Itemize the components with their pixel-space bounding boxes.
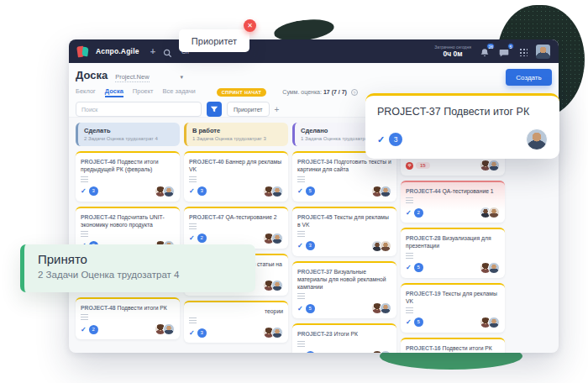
page-title: Доска xyxy=(76,69,108,81)
check-icon: ✓ xyxy=(377,134,385,145)
user-avatar[interactable] xyxy=(536,45,550,59)
task-id: PROJECT-34 xyxy=(297,159,333,165)
summary-value: 17 (7 / 7) xyxy=(323,89,347,95)
dragged-task-card[interactable]: PROJECT-37 Подвести итог РК ✓ 3 xyxy=(365,93,559,159)
navbar-right: Затрачено сегодня 0ч 0м 26 5 xyxy=(434,45,550,59)
column-header: Сделать 2 Задачи Оценка трудозатрат 4 xyxy=(76,123,180,146)
bell-count-badge: 26 xyxy=(486,43,495,50)
check-icon: ✓ xyxy=(297,242,303,249)
description-icon xyxy=(189,176,197,182)
estimate-badge: 3 xyxy=(197,328,207,338)
task-card[interactable]: PROJECT-40Баннер для рекламы VK ✓3 xyxy=(184,151,288,201)
stage: Аспро.Agile + Сп Затрачено сегодня 0ч 0м… xyxy=(0,0,588,383)
time-spent: Затрачено сегодня 0ч 0м xyxy=(434,45,471,58)
check-icon: ✓ xyxy=(189,187,195,195)
task-card[interactable]: PROJECT-45Тексты для рекламы в VK ✓3 xyxy=(292,207,396,256)
avatar xyxy=(380,240,391,252)
tab-all-tasks[interactable]: Все задачи xyxy=(163,87,196,97)
task-id: PROJECT-46 xyxy=(81,159,116,165)
column-meta: 2 Задачи Оценка трудозатрат 4 xyxy=(84,135,174,142)
task-card[interactable]: PROJECT-37Визуальные материалы для новой… xyxy=(292,261,396,319)
task-card[interactable]: PROJECT-28Визуализация для презентации ✓… xyxy=(401,228,505,277)
task-id: PROJECT-16 xyxy=(406,345,441,351)
avatar xyxy=(271,186,283,197)
task-card[interactable]: PROJECT-44QA-тестирование 1 ✓2 xyxy=(401,181,505,223)
avatar xyxy=(488,207,500,218)
search-input[interactable] xyxy=(76,102,202,117)
check-icon: ✓ xyxy=(189,234,195,242)
task-card[interactable]: PROJECT-46Подвести итоги предыдущей РК (… xyxy=(76,151,180,201)
check-icon: ✓ xyxy=(406,209,412,217)
task-card[interactable]: PROJECT-47QA-тестирование 2 ✓2 xyxy=(184,207,288,249)
task-card[interactable]: PROJECT-19Тексты для рекламы VK ✓5 xyxy=(401,283,505,333)
task-id: PROJECT-44 xyxy=(406,188,441,194)
filter-button[interactable] xyxy=(207,102,222,117)
description-icon xyxy=(81,231,88,237)
project-dropdown[interactable]: Project.New xyxy=(115,73,149,82)
description-icon xyxy=(297,176,305,182)
avatar xyxy=(163,323,175,335)
avatar xyxy=(271,327,283,338)
tab-board[interactable]: Доска xyxy=(105,87,123,97)
add-filter-icon[interactable]: + xyxy=(275,105,280,114)
task-card[interactable]: теории ✓3 xyxy=(184,301,288,343)
task-id: PROJECT-40 xyxy=(189,159,224,165)
task-card[interactable]: PROJECT-34Подготовить тексты и картинки … xyxy=(292,151,396,201)
summary-label: Сумм. оценка: xyxy=(282,89,322,95)
task-card[interactable]: PROJECT-48Подвести итоги РК ✓2 xyxy=(76,297,180,339)
task-card[interactable]: PROJECT-16Подвести итоги РК xyxy=(401,338,505,353)
tooltip-label: Приоритет xyxy=(192,36,237,46)
search-icon[interactable] xyxy=(163,46,174,57)
description-icon xyxy=(297,341,305,347)
task-id: PROJECT-28 xyxy=(406,235,441,241)
column-title: В работе xyxy=(192,127,282,135)
chevron-down-icon[interactable]: ▾ xyxy=(181,74,184,81)
estimate-badge: 3 xyxy=(89,186,98,196)
add-icon[interactable]: + xyxy=(150,47,155,56)
avatar xyxy=(380,302,391,314)
accepted-meta: 2 Задачи Оценка трудозатрат 4 xyxy=(38,270,242,280)
check-icon: ✓ xyxy=(406,318,412,326)
task-id: PROJECT-47 xyxy=(189,214,224,220)
tab-backlog[interactable]: Беклог xyxy=(76,87,96,97)
priority-filter-chip[interactable]: Приоритет xyxy=(227,102,270,117)
help-icon[interactable]: ? xyxy=(351,89,358,96)
estimate-badge: 5 xyxy=(306,351,315,353)
task-id: PROJECT-42 xyxy=(81,214,116,220)
estimate-badge: 2 xyxy=(197,233,207,243)
estimate-badge: 3 xyxy=(306,241,315,250)
description-icon xyxy=(81,176,88,182)
avatar xyxy=(488,317,500,328)
task-card[interactable]: PROJECT-23Итоги РК ✓5 xyxy=(292,323,396,353)
avatar xyxy=(271,233,283,244)
accepted-title: Принято xyxy=(38,252,242,266)
tab-project[interactable]: Проект xyxy=(133,87,154,97)
check-icon: ✓ xyxy=(297,352,303,353)
task-title: PROJECT-37 Подвести итог РК xyxy=(377,106,548,118)
summary-text: Сумм. оценка: 17 (7 / 7) ? xyxy=(282,89,358,96)
create-button[interactable]: Создать xyxy=(506,69,552,86)
apps-grid-icon[interactable] xyxy=(518,47,528,56)
column-title: Сделать xyxy=(84,127,174,135)
task-id: PROJECT-37 xyxy=(297,269,333,275)
chat-icon[interactable]: 5 xyxy=(499,46,510,57)
description-icon xyxy=(297,231,305,237)
board-title-row: Доска Project.New ▾ xyxy=(76,69,552,82)
estimate-badge: 2 xyxy=(89,325,98,334)
column-todo: Сделать 2 Задачи Оценка трудозатрат 4 PR… xyxy=(76,123,180,353)
avatar xyxy=(526,129,548,150)
task-title: Подвести итоги РК xyxy=(118,305,167,311)
description-icon xyxy=(406,253,413,259)
avatar xyxy=(271,280,283,291)
close-icon[interactable]: ✕ xyxy=(244,19,256,32)
task-id: PROJECT-19 xyxy=(406,291,441,296)
check-icon: ✓ xyxy=(406,264,412,271)
estimate-badge: 5 xyxy=(414,317,423,327)
description-icon xyxy=(189,223,197,229)
bell-icon[interactable]: 26 xyxy=(480,46,491,57)
check-icon: ✓ xyxy=(81,326,87,333)
task-id: PROJECT-48 xyxy=(81,305,116,311)
description-icon xyxy=(406,307,413,313)
check-icon: ✓ xyxy=(81,187,87,195)
estimate-badge: 2 xyxy=(414,208,423,218)
